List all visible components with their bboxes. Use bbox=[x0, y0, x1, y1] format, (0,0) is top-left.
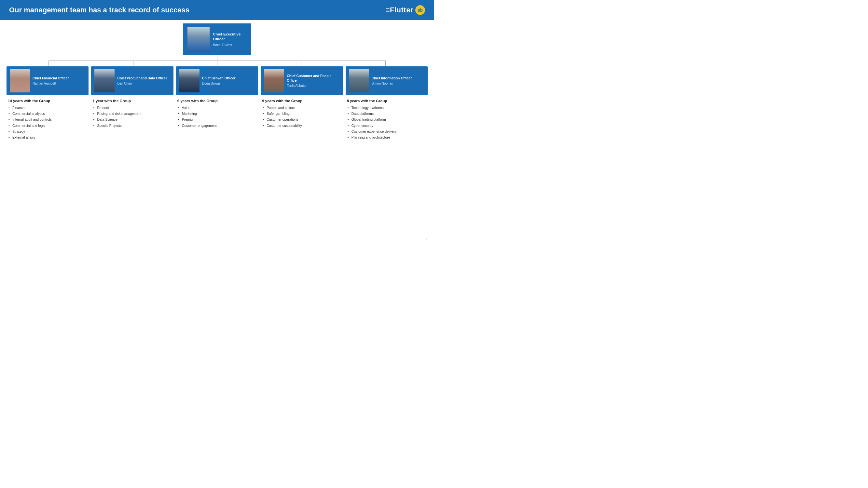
cpdo-info: Chief Product and Data Officer Ben Chan bbox=[117, 76, 167, 86]
officers-level: Chief Financial Officer Nathan Arundell … bbox=[6, 66, 428, 95]
list-item: Value bbox=[177, 105, 257, 110]
cfo-box: Chief Financial Officer Nathan Arundell bbox=[6, 66, 89, 95]
list-item: Commercial and legal bbox=[8, 123, 87, 129]
org-chart: Chief Executive Officer Barni Evans bbox=[6, 24, 428, 140]
cfo-silhouette bbox=[10, 69, 30, 92]
list-item: Planning and architecture bbox=[347, 134, 426, 140]
page-number: 4 bbox=[426, 237, 428, 241]
cpdo-name: Ben Chan bbox=[117, 82, 167, 85]
cgo-name: Doug Brown bbox=[202, 82, 236, 85]
cio-name: Simon Noonan bbox=[372, 82, 412, 85]
logo: ≡Flutter sb bbox=[386, 5, 425, 15]
list-item: Premium bbox=[177, 117, 257, 122]
cgo-details: 6 years with the Group Value Marketing P… bbox=[176, 99, 258, 140]
drop-2 bbox=[133, 61, 133, 66]
cfo-name: Nathan Arundell bbox=[33, 82, 69, 85]
cgo-info: Chief Growth Officer Doug Brown bbox=[202, 76, 236, 86]
cpdo-bullet-list: Product Pricing and risk management Data… bbox=[92, 105, 172, 129]
cio-column: Chief Information Officer Simon Noonan bbox=[346, 66, 428, 95]
ceo-name: Barni Evans bbox=[213, 43, 247, 47]
cpdo-column: Chief Product and Data Officer Ben Chan bbox=[91, 66, 173, 95]
list-item: Data Science bbox=[92, 117, 172, 122]
cio-box: Chief Information Officer Simon Noonan bbox=[346, 66, 428, 95]
ccpo-bullet-list: People and culture Safer gambling Custom… bbox=[262, 105, 341, 129]
ccpo-info: Chief Customer and People Officer Tania … bbox=[287, 74, 339, 88]
list-item: Customer engagement bbox=[177, 123, 257, 129]
cgo-silhouette bbox=[179, 69, 199, 92]
ccpo-years: 9 years with the Group bbox=[262, 99, 341, 103]
ccpo-column: Chief Customer and People Officer Tania … bbox=[261, 66, 343, 95]
cpdo-silhouette bbox=[94, 69, 115, 92]
cgo-bullet-list: Value Marketing Premium Customer engagem… bbox=[177, 105, 257, 129]
list-item: Data platforms bbox=[347, 110, 426, 117]
logo-text: ≡Flutter bbox=[386, 6, 413, 14]
ceo-title: Chief Executive Officer bbox=[213, 32, 247, 42]
details-section: 14 years with the Group Finance Commerci… bbox=[6, 99, 428, 140]
cpdo-years: 1 year with the Group bbox=[92, 99, 172, 103]
cgo-title: Chief Growth Officer bbox=[202, 76, 236, 81]
list-item: Finance bbox=[8, 105, 87, 110]
cio-info: Chief Information Officer Simon Noonan bbox=[372, 76, 412, 86]
list-item: Customer sustainability bbox=[262, 123, 341, 129]
ccpo-photo bbox=[264, 69, 284, 92]
cio-years: 8 years with the Group bbox=[347, 99, 426, 103]
ccpo-title: Chief Customer and People Officer bbox=[287, 74, 339, 83]
drop-3 bbox=[217, 61, 217, 66]
cgo-years: 6 years with the Group bbox=[177, 99, 257, 103]
cio-title: Chief Information Officer bbox=[372, 76, 412, 81]
list-item: Marketing bbox=[177, 110, 257, 117]
list-item: Technology platforms bbox=[347, 105, 426, 110]
list-item: Cyber security bbox=[347, 123, 426, 129]
cfo-title: Chief Financial Officer bbox=[33, 76, 69, 81]
ceo-box: Chief Executive Officer Barni Evans bbox=[183, 24, 251, 55]
ceo-photo bbox=[187, 27, 210, 52]
list-item: Safer gambling bbox=[262, 110, 341, 117]
page-title: Our management team has a track record o… bbox=[9, 6, 189, 14]
drop-4 bbox=[301, 61, 301, 66]
ceo-silhouette bbox=[187, 27, 210, 52]
vert-drops bbox=[49, 61, 385, 66]
cpdo-details: 1 year with the Group Product Pricing an… bbox=[91, 99, 173, 140]
list-item: Customer experience delivery bbox=[347, 129, 426, 134]
header: Our management team has a track record o… bbox=[0, 0, 434, 20]
horiz-line bbox=[49, 61, 385, 61]
ccpo-silhouette bbox=[264, 69, 284, 92]
list-item: People and culture bbox=[262, 105, 341, 110]
cio-silhouette bbox=[349, 69, 369, 92]
cpdo-box: Chief Product and Data Officer Ben Chan bbox=[91, 66, 173, 95]
cfo-bullet-list: Finance Commercial analytics Internal au… bbox=[8, 105, 87, 140]
cfo-details: 14 years with the Group Finance Commerci… bbox=[6, 99, 89, 140]
cfo-years: 14 years with the Group bbox=[8, 99, 87, 103]
list-item: External affairs bbox=[8, 134, 87, 140]
logo-icon: sb bbox=[415, 5, 425, 15]
ceo-info: Chief Executive Officer Barni Evans bbox=[213, 32, 247, 47]
cgo-photo bbox=[179, 69, 199, 92]
ccpo-details: 9 years with the Group People and cultur… bbox=[261, 99, 343, 140]
list-item: Internal audit and controls bbox=[8, 117, 87, 122]
drop-5 bbox=[385, 61, 386, 66]
list-item: Pricing and risk management bbox=[92, 110, 172, 117]
cio-photo bbox=[349, 69, 369, 92]
list-item: Product bbox=[92, 105, 172, 110]
list-item: Commercial analytics bbox=[8, 110, 87, 117]
ccpo-name: Tania Abbotto bbox=[287, 84, 339, 88]
cio-details: 8 years with the Group Technology platfo… bbox=[346, 99, 428, 140]
ceo-level: Chief Executive Officer Barni Evans bbox=[183, 24, 251, 55]
ccpo-box: Chief Customer and People Officer Tania … bbox=[261, 66, 343, 95]
cfo-info: Chief Financial Officer Nathan Arundell bbox=[33, 76, 69, 86]
cpdo-photo bbox=[94, 69, 115, 92]
cpdo-title: Chief Product and Data Officer bbox=[117, 76, 167, 81]
cgo-box: Chief Growth Officer Doug Brown bbox=[176, 66, 258, 95]
cio-bullet-list: Technology platforms Data platforms Glob… bbox=[347, 105, 426, 140]
cfo-photo bbox=[10, 69, 30, 92]
cgo-column: Chief Growth Officer Doug Brown bbox=[176, 66, 258, 95]
list-item: Global trading platform bbox=[347, 117, 426, 122]
list-item: Customer operations bbox=[262, 117, 341, 122]
vert-line-ceo bbox=[217, 55, 217, 61]
cfo-column: Chief Financial Officer Nathan Arundell bbox=[6, 66, 89, 95]
list-item: Special Projects bbox=[92, 123, 172, 129]
list-item: Strategy bbox=[8, 129, 87, 134]
tree-connector bbox=[6, 55, 428, 66]
main-content: Chief Executive Officer Barni Evans bbox=[0, 20, 434, 143]
drop-1 bbox=[49, 61, 49, 66]
